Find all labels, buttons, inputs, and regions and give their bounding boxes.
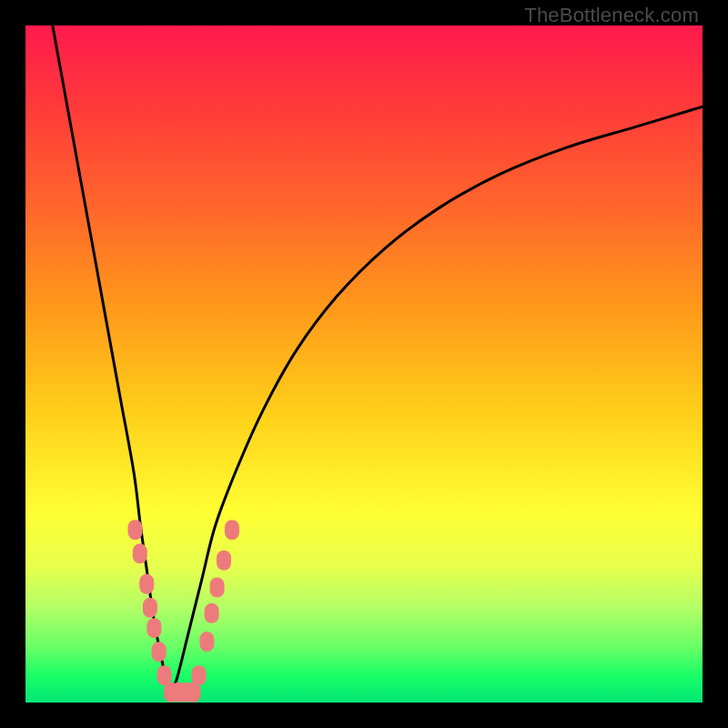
- annotation-dot: [225, 520, 239, 540]
- chart-plot-area: [25, 25, 703, 703]
- curve-right: [171, 106, 703, 695]
- curve-left: [53, 25, 171, 696]
- annotation-dot: [143, 598, 157, 618]
- annotation-dot: [133, 543, 147, 563]
- annotation-dot: [217, 551, 231, 571]
- annotation-dot: [210, 578, 225, 598]
- annotation-dot: [199, 632, 214, 652]
- annotation-dots: [128, 520, 239, 703]
- annotation-dot: [139, 574, 154, 594]
- annotation-dot: [157, 665, 172, 685]
- chart-frame: TheBottleneck.com: [0, 0, 728, 728]
- annotation-dot: [128, 520, 143, 540]
- annotation-dot: [152, 642, 167, 662]
- annotation-dot: [205, 603, 219, 623]
- chart-svg: [25, 25, 703, 703]
- annotation-dot: [191, 665, 206, 685]
- watermark-text: TheBottleneck.com: [524, 4, 699, 27]
- annotation-dot: [147, 618, 161, 638]
